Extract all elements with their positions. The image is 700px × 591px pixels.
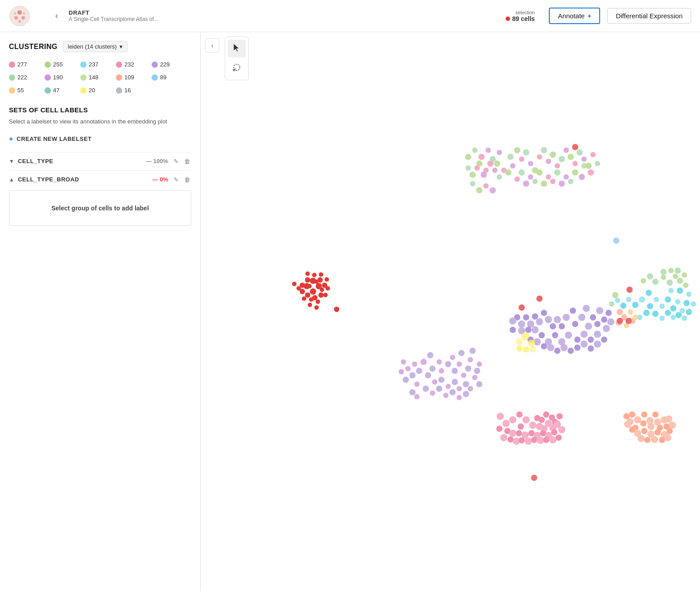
svg-point-318: [623, 413, 630, 419]
svg-point-31: [546, 159, 551, 164]
svg-point-118: [432, 379, 437, 385]
labelset-chevron: ▼: [9, 158, 14, 164]
svg-point-180: [525, 327, 531, 333]
svg-point-213: [626, 297, 631, 302]
cluster-item[interactable]: 16: [116, 85, 152, 95]
collapse-icon: ‹: [211, 42, 214, 49]
svg-point-76: [310, 288, 316, 295]
svg-point-153: [596, 307, 603, 314]
svg-point-107: [445, 361, 451, 367]
svg-point-33: [555, 163, 560, 168]
differential-expression-button[interactable]: Differential Expression: [607, 8, 691, 24]
svg-point-91: [296, 286, 301, 291]
cluster-item[interactable]: 229: [152, 59, 187, 70]
clustering-dropdown[interactable]: leiden (14 clusters) ▾: [63, 41, 128, 52]
svg-point-105: [427, 352, 433, 358]
svg-point-185: [594, 341, 601, 348]
svg-point-88: [309, 297, 313, 302]
svg-point-249: [521, 332, 529, 340]
svg-point-26: [523, 149, 529, 156]
cluster-color-dot: [116, 74, 122, 81]
cluster-item[interactable]: 109: [116, 72, 152, 82]
svg-point-102: [420, 359, 427, 365]
svg-point-145: [563, 314, 570, 321]
svg-point-173: [594, 331, 601, 338]
svg-point-24: [514, 147, 520, 153]
selection-count-text: 89 cells: [512, 15, 535, 22]
svg-point-179: [531, 326, 539, 333]
svg-point-251: [516, 338, 523, 345]
umap-plot[interactable]: [201, 32, 700, 591]
svg-point-146: [572, 321, 578, 327]
svg-point-141: [476, 381, 482, 387]
svg-point-216: [652, 311, 659, 317]
cluster-item[interactable]: 55: [9, 85, 45, 95]
svg-point-57: [550, 179, 556, 184]
cluster-color-dot: [9, 62, 15, 68]
svg-point-182: [574, 345, 581, 351]
svg-point-44: [536, 169, 543, 176]
annotate-button[interactable]: Annotate +: [549, 8, 600, 24]
cluster-item[interactable]: 237: [80, 59, 116, 70]
svg-point-59: [568, 179, 573, 184]
tool-panel: [225, 37, 249, 80]
labelset-item-cell_type_broad[interactable]: ▲ CELL_TYPE_BROAD — 0% ✎ 🗑: [9, 170, 191, 189]
cluster-item[interactable]: 277: [9, 59, 45, 70]
svg-point-201: [659, 304, 665, 309]
svg-point-190: [541, 343, 547, 349]
cluster-item[interactable]: 20: [80, 85, 116, 95]
labelset-edit-button[interactable]: ✎: [173, 157, 180, 166]
svg-point-115: [469, 348, 476, 354]
labelset-edit-button[interactable]: ✎: [173, 175, 180, 184]
svg-point-245: [626, 287, 633, 293]
lasso-tool-button[interactable]: [228, 59, 246, 77]
svg-point-200: [646, 290, 652, 296]
svg-point-99: [314, 305, 319, 310]
svg-point-186: [568, 348, 574, 354]
svg-point-50: [487, 160, 494, 167]
svg-point-323: [664, 434, 671, 441]
svg-point-156: [605, 310, 612, 316]
collapse-sidebar-button[interactable]: ‹: [205, 38, 219, 53]
svg-point-306: [629, 411, 635, 418]
labelset-delete-button[interactable]: 🗑: [183, 157, 191, 166]
svg-point-183: [581, 341, 588, 348]
svg-point-23: [510, 163, 515, 168]
back-button[interactable]: ‹: [52, 9, 62, 22]
svg-point-106: [439, 368, 444, 373]
cursor-tool-button[interactable]: [228, 40, 246, 57]
cluster-item[interactable]: 222: [9, 72, 45, 82]
cluster-count: 47: [53, 87, 59, 94]
cluster-color-dot: [80, 87, 86, 94]
svg-point-208: [684, 300, 690, 306]
app-logo: [9, 5, 30, 27]
svg-rect-11: [201, 32, 700, 591]
svg-point-199: [654, 297, 659, 302]
cluster-color-dot: [152, 62, 158, 68]
cluster-item[interactable]: 232: [116, 59, 152, 70]
svg-point-232: [675, 267, 681, 274]
svg-point-225: [661, 275, 666, 280]
cluster-color-dot: [45, 74, 51, 81]
svg-point-196: [536, 296, 543, 302]
svg-point-104: [436, 359, 442, 365]
labelset-item-cell_type[interactable]: ▼ CELL_TYPE — 100% ✎ 🗑: [9, 152, 191, 170]
svg-point-169: [565, 332, 572, 339]
svg-point-124: [468, 386, 473, 391]
cluster-item[interactable]: 255: [45, 59, 80, 70]
create-labelset-button[interactable]: + CREATE NEW LABELSET: [9, 135, 191, 143]
svg-point-271: [509, 430, 516, 437]
svg-point-64: [470, 181, 475, 186]
svg-point-37: [572, 161, 578, 166]
svg-point-48: [572, 169, 578, 176]
cluster-item[interactable]: 47: [45, 85, 80, 95]
svg-point-247: [626, 318, 632, 324]
cluster-count: 148: [89, 74, 99, 81]
svg-point-257: [523, 416, 530, 423]
labelset-delete-button[interactable]: 🗑: [183, 175, 191, 184]
cluster-item[interactable]: 190: [45, 72, 80, 82]
cluster-item[interactable]: 89: [152, 72, 187, 82]
cluster-item[interactable]: 148: [80, 72, 116, 82]
svg-point-246: [617, 318, 623, 324]
svg-point-117: [425, 372, 431, 378]
